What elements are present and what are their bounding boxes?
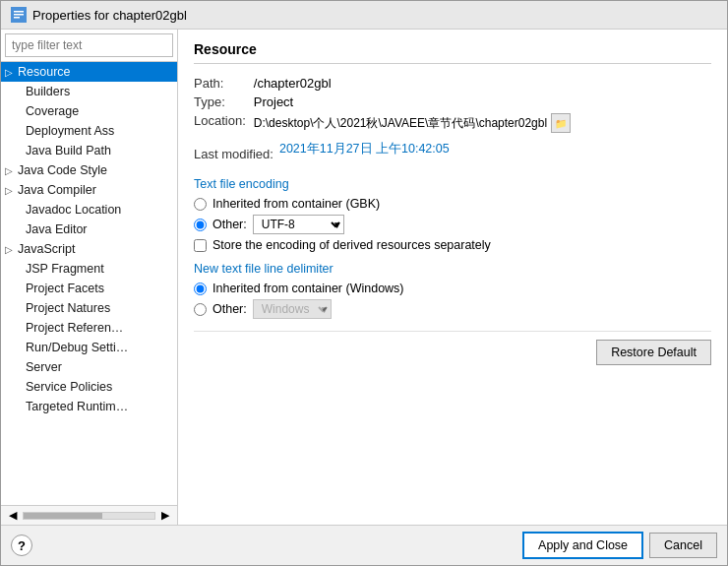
line-delimiter-header: New text file line delimiter [194,262,711,276]
chevron-icon: ▷ [5,165,15,176]
sidebar: ▷ Resource Builders Coverage Deployment … [1,30,178,525]
title-bar: Properties for chapter02gbl [1,1,727,30]
sidebar-item-javascript[interactable]: ▷ JavaScript [1,239,177,259]
chevron-icon: ▷ [5,67,15,78]
store-encoding-checkbox[interactable] [194,239,207,252]
sidebar-item-coverage[interactable]: Coverage [1,101,177,121]
sidebar-item-label: Project Facets [26,282,104,295]
bottom-bar: ? Apply and Close Cancel [1,525,727,565]
encoding-other-label: Other: [212,218,247,231]
sidebar-item-label: Java Build Path [26,144,111,157]
sidebar-scroll-bar: ◀ ▶ [1,505,177,525]
delimiter-inherited-label: Inherited from container (Windows) [212,282,404,295]
delimiter-other-label: Other: [212,302,247,316]
location-value: D:\desktop\个人\2021秋\JAVAEE\章节代码\chapter0… [254,115,547,132]
location-label: Location: [194,113,246,133]
filter-input[interactable] [5,33,173,57]
location-browse-button[interactable]: 📁 [551,113,571,133]
sidebar-item-java-editor[interactable]: Java Editor [1,220,177,239]
delimiter-inherited-radio[interactable] [194,283,207,295]
content-panel: Resource Path: /chapter02gbl Type: Proje… [178,30,727,525]
line-delimiter-section: New text file line delimiter Inherited f… [194,262,711,319]
sidebar-item-builders[interactable]: Builders [1,82,177,101]
sidebar-item-label: Java Compiler [18,183,96,197]
sidebar-item-project-references[interactable]: Project Referen… [1,318,177,338]
path-label: Path: [194,76,246,91]
tree-area: ▷ Resource Builders Coverage Deployment … [1,62,177,505]
sidebar-item-label: Service Policies [26,380,112,394]
sidebar-item-label: JSP Fragment [26,262,104,276]
dialog-title: Properties for chapter02gbl [32,8,187,23]
restore-defaults-button[interactable]: Restore Default [596,340,711,365]
last-modified-row: Last modified: 2021年11月27日 上午10:42:05 [194,141,711,167]
sidebar-item-javadoc-location[interactable]: Javadoc Location [1,200,177,220]
encoding-inherited-label: Inherited from container (GBK) [212,197,380,211]
scroll-right-button[interactable]: ▶ [157,508,173,523]
sidebar-item-server[interactable]: Server [1,357,177,377]
sidebar-item-service-policies[interactable]: Service Policies [1,377,177,397]
sidebar-item-label: Resource [18,65,71,79]
store-encoding-label: Store the encoding of derived resources … [212,238,491,252]
sidebar-item-label: Java Editor [26,222,88,236]
type-label: Type: [194,94,246,109]
scroll-left-button[interactable]: ◀ [5,508,21,523]
sidebar-item-label: Deployment Ass [26,124,114,138]
sidebar-item-jsp-fragment[interactable]: JSP Fragment [1,259,177,279]
radio-inherited-row: Inherited from container (GBK) [194,197,711,211]
sidebar-item-java-build-path[interactable]: Java Build Path [1,141,177,160]
sidebar-item-label: Targeted Runtim… [26,400,128,413]
chevron-icon: ▷ [5,244,15,255]
encoding-other-radio[interactable] [194,219,207,231]
sidebar-item-project-natures[interactable]: Project Natures [1,298,177,318]
sidebar-item-label: Project Natures [26,301,110,315]
chevron-icon: ▷ [5,185,15,196]
sidebar-item-label: Project Referen… [26,321,123,335]
sidebar-item-resource[interactable]: ▷ Resource [1,62,177,82]
last-modified-value: 2021年11月27日 上午10:42:05 [279,141,450,157]
location-row: D:\desktop\个人\2021秋\JAVAEE\章节代码\chapter0… [254,113,711,133]
panel-title: Resource [194,41,711,64]
sidebar-item-label: Run/Debug Setti… [26,341,128,354]
text-encoding-header: Text file encoding [194,177,711,191]
radio-inherited-windows-row: Inherited from container (Windows) [194,282,711,295]
type-value: Project [254,94,711,109]
sidebar-item-label: Java Code Style [18,163,107,177]
svg-rect-3 [14,17,20,19]
store-encoding-checkbox-row: Store the encoding of derived resources … [194,238,711,252]
svg-rect-2 [14,14,24,16]
encoding-inherited-radio[interactable] [194,198,207,211]
content-footer: Restore Default [194,331,711,365]
delimiter-select[interactable]: Windows Unix Mac [253,299,332,319]
sidebar-item-java-compiler[interactable]: ▷ Java Compiler [1,180,177,200]
main-content: ▷ Resource Builders Coverage Deployment … [1,30,727,525]
sidebar-item-label: JavaScript [18,242,75,256]
last-modified-label: Last modified: [194,147,273,161]
sidebar-item-project-facets[interactable]: Project Facets [1,279,177,298]
sidebar-item-run-debug[interactable]: Run/Debug Setti… [1,338,177,357]
path-value: /chapter02gbl [254,76,711,91]
apply-close-button[interactable]: Apply and Close [522,532,643,559]
folder-icon: 📁 [555,118,567,129]
help-button[interactable]: ? [11,535,32,556]
sidebar-item-label: Server [26,360,62,374]
filter-box [1,30,177,62]
svg-rect-1 [14,11,24,13]
bottom-left: ? [11,535,32,556]
radio-other-row: Other: UTF-8 UTF-16 ISO-8859-1 ▼ [194,215,711,234]
dialog-icon [11,7,27,23]
sidebar-item-label: Javadoc Location [26,203,121,217]
bottom-right: Apply and Close Cancel [522,532,717,559]
encoding-select[interactable]: UTF-8 UTF-16 ISO-8859-1 [253,215,344,234]
properties-dialog: Properties for chapter02gbl ▷ Resource B… [0,0,728,566]
sidebar-item-label: Coverage [26,104,79,118]
sidebar-item-java-code-style[interactable]: ▷ Java Code Style [1,160,177,180]
radio-other-delimiter-row: Other: Windows Unix Mac ▼ [194,299,711,319]
sidebar-item-deployment-ass[interactable]: Deployment Ass [1,121,177,141]
text-encoding-section: Text file encoding Inherited from contai… [194,177,711,252]
sidebar-item-label: Builders [26,85,70,98]
cancel-button[interactable]: Cancel [649,533,717,558]
info-grid: Path: /chapter02gbl Type: Project Locati… [194,76,711,133]
delimiter-other-radio[interactable] [194,303,207,316]
sidebar-item-targeted-runtime[interactable]: Targeted Runtim… [1,397,177,416]
